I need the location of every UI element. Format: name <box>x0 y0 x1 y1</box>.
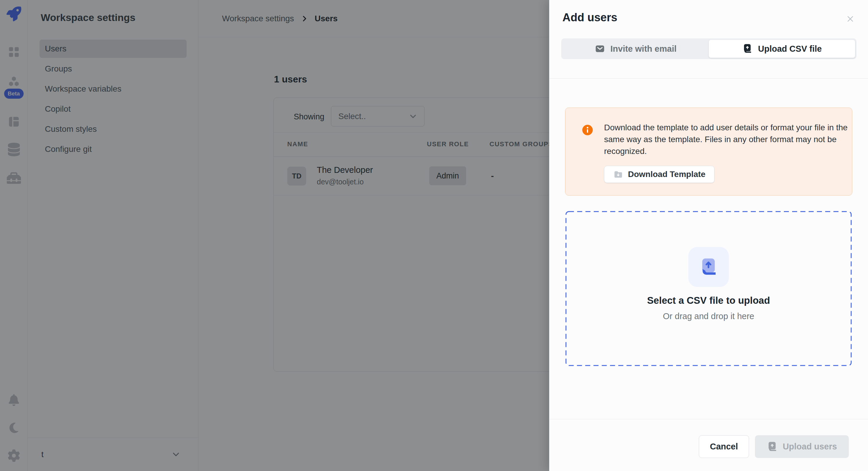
file-upload-icon <box>698 257 719 277</box>
info-icon <box>582 124 593 136</box>
drawer-title: Add users <box>562 11 617 24</box>
tab-label: Invite with email <box>611 44 677 54</box>
file-download-icon <box>613 169 623 179</box>
close-icon[interactable] <box>844 13 856 25</box>
alert-message: Download the template to add user detail… <box>604 122 861 157</box>
download-template-label: Download Template <box>628 170 705 179</box>
app-root: Beta Workspace settings Users Groups Wor… <box>0 0 868 471</box>
file-upload-icon <box>742 43 753 54</box>
cancel-button[interactable]: Cancel <box>699 435 749 458</box>
csv-dropzone[interactable]: Select a CSV file to upload Or drag and … <box>565 211 852 366</box>
tab-invite-with-email[interactable]: Invite with email <box>562 39 709 58</box>
mail-icon <box>595 43 605 54</box>
dropzone-subtitle: Or drag and drop it here <box>565 312 852 321</box>
download-template-button[interactable]: Download Template <box>604 166 714 183</box>
add-users-tabs: Invite with email Upload CSV file <box>561 38 857 59</box>
tab-upload-csv-file[interactable]: Upload CSV file <box>709 39 855 58</box>
divider <box>550 78 868 79</box>
tab-label: Upload CSV file <box>758 44 822 54</box>
template-info-alert: Download the template to add user detail… <box>565 108 852 196</box>
upload-users-button[interactable]: Upload users <box>755 435 849 458</box>
drawer-footer: Cancel Upload users <box>550 419 868 471</box>
file-upload-icon <box>767 441 778 452</box>
upload-icon-container <box>688 247 729 287</box>
add-users-drawer: Add users Invite with email Upload CSV f… <box>549 0 868 471</box>
dropzone-title: Select a CSV file to upload <box>565 295 852 306</box>
dashed-border <box>565 211 852 366</box>
upload-users-label: Upload users <box>783 442 837 451</box>
